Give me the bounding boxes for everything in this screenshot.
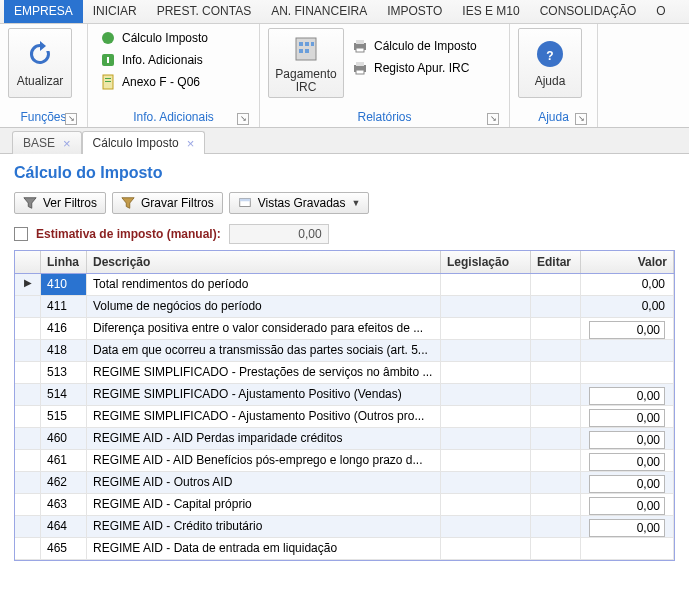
cell-legislacao [441,450,531,471]
vistas-gravadas-label: Vistas Gravadas [258,196,346,210]
row-marker [15,296,41,317]
tab-base[interactable]: BASE× [12,131,82,154]
cell-legislacao [441,428,531,449]
anexo-f-q06-label: Anexo F - Q06 [122,75,200,89]
group-launcher-ajuda[interactable]: ↘ [575,113,587,125]
cell-valor[interactable] [581,428,674,449]
cell-valor[interactable] [581,472,674,493]
data-grid: Linha Descrição Legislação Editar Valor … [14,250,675,561]
filter-toolbar: Ver Filtros Gravar Filtros Vistas Gravad… [14,192,675,214]
table-row[interactable]: ▶410Total rendimentos do período0,00 [15,274,674,296]
group-launcher-info[interactable]: ↘ [237,113,249,125]
menu-item-imposto[interactable]: IMPOSTO [377,0,452,23]
pagamento-irc-button[interactable]: Pagamento IRC [268,28,344,98]
table-row[interactable]: 462REGIME AID - Outros AID [15,472,674,494]
cell-valor[interactable] [581,494,674,515]
cell-legislacao [441,516,531,537]
estimativa-value: 0,00 [229,224,329,244]
table-row[interactable]: 418Data em que ocorreu a transmissão das… [15,340,674,362]
anexo-f-q06-button[interactable]: Anexo F - Q06 [96,72,212,92]
close-icon[interactable]: × [63,137,71,150]
header-linha[interactable]: Linha [41,251,87,273]
estimativa-checkbox[interactable] [14,227,28,241]
row-marker [15,538,41,559]
header-descricao[interactable]: Descrição [87,251,441,273]
calculo-imposto-button[interactable]: Cálculo Imposto [96,28,212,48]
menu-item-an-financeira[interactable]: AN. FINANCEIRA [261,0,377,23]
valor-input[interactable] [589,431,665,449]
cell-editar [531,538,581,559]
header-valor[interactable]: Valor [581,251,674,273]
valor-input[interactable] [589,453,665,471]
cell-linha: 461 [41,450,87,471]
table-row[interactable]: 411Volume de negócios do período0,00 [15,296,674,318]
table-row[interactable]: 513REGIME SIMPLIFICADO - Prestações de s… [15,362,674,384]
cell-editar [531,362,581,383]
atualizar-label: Atualizar [17,74,64,88]
cell-descricao: REGIME SIMPLIFICADO - Ajustamento Positi… [87,406,441,427]
cell-valor[interactable] [581,318,674,339]
cell-valor[interactable] [581,450,674,471]
menu-item-ies-e-m10[interactable]: IES E M10 [452,0,529,23]
cell-editar [531,296,581,317]
cell-linha: 462 [41,472,87,493]
info-adicionais-button[interactable]: Info. Adicionais [96,50,212,70]
group-launcher-funcoes[interactable]: ↘ [65,113,77,125]
cell-editar [531,450,581,471]
cell-linha: 465 [41,538,87,559]
cell-descricao: Volume de negócios do período [87,296,441,317]
cell-descricao: Diferença positiva entre o valor conside… [87,318,441,339]
calculo-imposto-label: Cálculo Imposto [122,31,208,45]
table-row[interactable]: 460REGIME AID - AID Perdas imparidade cr… [15,428,674,450]
info-icon [100,52,116,68]
table-row[interactable]: 514REGIME SIMPLIFICADO - Ajustamento Pos… [15,384,674,406]
rel-registo-apur-button[interactable]: Registo Apur. IRC [348,58,481,78]
atualizar-button[interactable]: Atualizar [8,28,72,98]
gravar-filtros-button[interactable]: Gravar Filtros [112,192,223,214]
cell-legislacao [441,494,531,515]
valor-input[interactable] [589,387,665,405]
tab-strip: BASE×Cálculo Imposto× [0,128,689,154]
cell-legislacao [441,296,531,317]
vistas-gravadas-button[interactable]: Vistas Gravadas ▼ [229,192,370,214]
table-row[interactable]: 463REGIME AID - Capital próprio [15,494,674,516]
menu-item-o[interactable]: O [646,0,675,23]
ajuda-button[interactable]: ? Ajuda [518,28,582,98]
tab-c-lculo-imposto[interactable]: Cálculo Imposto× [82,131,206,154]
svg-rect-7 [299,42,303,46]
cell-legislacao [441,340,531,361]
menu-item-empresa[interactable]: EMPRESA [4,0,83,23]
ver-filtros-button[interactable]: Ver Filtros [14,192,106,214]
valor-input[interactable] [589,497,665,515]
estimativa-row: Estimativa de imposto (manual): 0,00 [14,224,675,244]
cell-valor[interactable] [581,406,674,427]
header-legislacao[interactable]: Legislação [441,251,531,273]
close-icon[interactable]: × [187,137,195,150]
svg-rect-8 [305,42,309,46]
cell-linha: 515 [41,406,87,427]
table-row[interactable]: 416Diferença positiva entre o valor cons… [15,318,674,340]
valor-input[interactable] [589,519,665,537]
grid-body: ▶410Total rendimentos do período0,00411V… [15,274,674,560]
valor-input[interactable] [589,321,665,339]
table-row[interactable]: 461REGIME AID - AID Benefícios pós-empre… [15,450,674,472]
table-row[interactable]: 465REGIME AID - Data de entrada em liqui… [15,538,674,560]
valor-input[interactable] [589,409,665,427]
cell-editar [531,406,581,427]
ribbon-group-ajuda: ? Ajuda Ajuda ↘ [510,24,598,127]
menu-item-prest-contas[interactable]: PREST. CONTAS [147,0,261,23]
group-launcher-relatorios[interactable]: ↘ [487,113,499,125]
cell-descricao: REGIME AID - AID Perdas imparidade crédi… [87,428,441,449]
rel-calculo-imposto-button[interactable]: Cálculo de Imposto [348,36,481,56]
funnel-icon [23,196,37,210]
cell-valor[interactable] [581,384,674,405]
svg-rect-17 [356,70,364,74]
header-editar[interactable]: Editar [531,251,581,273]
cell-valor[interactable] [581,516,674,537]
valor-input[interactable] [589,475,665,493]
table-row[interactable]: 464REGIME AID - Crédito tributário [15,516,674,538]
menu-item-consolida-o[interactable]: CONSOLIDAÇÃO [530,0,647,23]
menu-item-iniciar[interactable]: INICIAR [83,0,147,23]
table-row[interactable]: 515REGIME SIMPLIFICADO - Ajustamento Pos… [15,406,674,428]
row-marker [15,384,41,405]
